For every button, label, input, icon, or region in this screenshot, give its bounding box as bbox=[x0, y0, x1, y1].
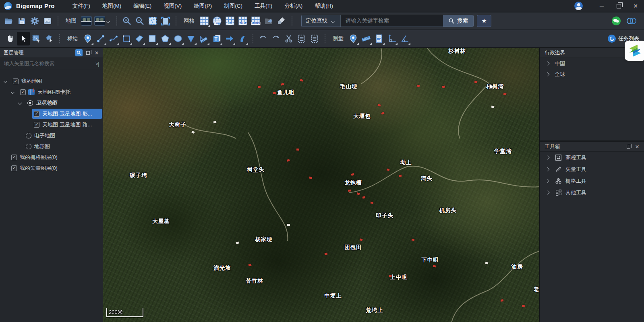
brush-icon bbox=[277, 16, 286, 26]
tree-row[interactable]: ✓我的栅格图层(0) bbox=[0, 152, 103, 163]
tree-row[interactable]: ✓天地图-墨卡托 bbox=[0, 87, 103, 97]
tree-row[interactable]: ✓我的矢量图层(0) bbox=[0, 163, 103, 173]
brand-badge[interactable] bbox=[625, 41, 644, 61]
menu-draw[interactable]: 绘图(P) bbox=[189, 0, 217, 12]
grid-lng-button[interactable]: Lng bbox=[211, 14, 224, 28]
grid-ntm-button[interactable]: N+M bbox=[236, 14, 249, 28]
zoom-in-button[interactable] bbox=[120, 14, 133, 28]
tree-row[interactable]: 卫星地图 bbox=[0, 97, 103, 108]
export-grid-button[interactable] bbox=[262, 14, 275, 28]
toolbox-item-矢量工具[interactable]: 矢量工具 bbox=[540, 163, 644, 175]
draw-kite-button[interactable] bbox=[133, 32, 146, 45]
float-panel-button[interactable] bbox=[84, 49, 91, 56]
toolbox-item-栅格工具[interactable]: 栅格工具 bbox=[540, 175, 644, 187]
minimize-button[interactable]: ─ bbox=[593, 0, 610, 12]
basemap-thumbnail-2[interactable] bbox=[93, 14, 113, 28]
frame-select-button[interactable] bbox=[159, 14, 172, 28]
draw-ellipse-button[interactable] bbox=[172, 32, 184, 45]
draw-rectangle-button[interactable] bbox=[120, 32, 133, 45]
draw-line-button[interactable] bbox=[94, 32, 107, 45]
menu-view[interactable]: 视图(V) bbox=[159, 0, 186, 12]
rect-select-button[interactable] bbox=[30, 32, 43, 45]
menu-edit[interactable]: 编辑(E) bbox=[128, 0, 156, 12]
measure-rightangle-button[interactable] bbox=[385, 32, 398, 45]
copy-button[interactable] bbox=[295, 32, 308, 45]
chevron-down-icon[interactable] bbox=[10, 89, 16, 95]
cut-button[interactable] bbox=[282, 32, 295, 45]
user-avatar[interactable] bbox=[574, 2, 583, 10]
float-panel-button[interactable] bbox=[625, 143, 632, 150]
grid-km-button[interactable]: KM bbox=[224, 14, 236, 28]
layer-checkbox[interactable]: ✓ bbox=[11, 155, 17, 160]
layer-checkbox[interactable]: ✓ bbox=[34, 122, 39, 128]
tree-row[interactable]: ✓天地图-卫星地图-影... bbox=[0, 108, 103, 119]
settings-button[interactable] bbox=[28, 14, 41, 28]
clear-button[interactable] bbox=[275, 14, 288, 28]
draw-text-button[interactable] bbox=[210, 32, 223, 45]
undo-button[interactable] bbox=[257, 32, 269, 45]
restore-button[interactable] bbox=[610, 0, 627, 12]
close-panel-button[interactable]: ✕ bbox=[93, 49, 100, 56]
menu-mapping[interactable]: 制图(C) bbox=[219, 0, 247, 12]
basemap-thumbnail-1[interactable] bbox=[80, 14, 93, 28]
paste-button[interactable] bbox=[308, 32, 321, 45]
layer-search-button[interactable] bbox=[75, 49, 83, 56]
measure-angle-button[interactable] bbox=[398, 32, 411, 45]
open-project-button[interactable] bbox=[2, 14, 15, 28]
draw-sector-button[interactable] bbox=[184, 32, 197, 45]
chevron-down-icon[interactable] bbox=[2, 78, 9, 85]
draw-curve-button[interactable] bbox=[107, 32, 120, 45]
draw-point-button[interactable] bbox=[81, 32, 94, 45]
draw-filled-rect-button[interactable] bbox=[146, 32, 159, 45]
grid-mgrs-button[interactable]: MGRS bbox=[249, 14, 262, 28]
select-tool-button[interactable] bbox=[17, 32, 30, 45]
expand-search-icon[interactable]: >| bbox=[95, 61, 99, 67]
measure-point-button[interactable] bbox=[347, 32, 360, 45]
draw-level-button[interactable] bbox=[197, 32, 210, 45]
polygon-select-button[interactable] bbox=[43, 32, 56, 45]
tree-row[interactable]: ✓我的地图 bbox=[0, 76, 103, 87]
wechat-icon[interactable] bbox=[612, 17, 621, 25]
layer-checkbox[interactable]: ✓ bbox=[13, 78, 19, 84]
map-viewport[interactable]: 杉树林毛山埂鱼儿咀柏树湾大堰包大树子学堂湾碾子塆祠堂头坳上湾头龙拖槽机房头印子头… bbox=[103, 48, 539, 322]
zoom-out-button[interactable] bbox=[133, 14, 146, 28]
layer-checkbox[interactable]: ✓ bbox=[20, 89, 26, 95]
layer-search-row[interactable]: 输入矢量图元名称搜索 >| bbox=[0, 58, 103, 70]
menu-tools[interactable]: 工具(T) bbox=[250, 0, 277, 12]
redo-button[interactable] bbox=[269, 32, 282, 45]
pan-tool-button[interactable] bbox=[4, 32, 17, 45]
tree-row[interactable]: ✓天地图-卫星地图-路... bbox=[0, 119, 103, 130]
grid-button[interactable] bbox=[198, 14, 211, 28]
tree-row[interactable]: 电子地图 bbox=[0, 130, 103, 141]
measure-distance-button[interactable] bbox=[360, 32, 373, 45]
layer-radio[interactable] bbox=[26, 133, 31, 138]
draw-hook-arrow-button[interactable] bbox=[236, 32, 249, 45]
save-button[interactable] bbox=[15, 14, 28, 28]
locate-mode-select[interactable]: 定位查找 bbox=[302, 15, 341, 27]
image-icon bbox=[43, 16, 52, 26]
toolbox-item-高程工具[interactable]: 高程工具 bbox=[540, 152, 644, 163]
menu-help[interactable]: 帮助(H) bbox=[310, 0, 338, 12]
menu-map[interactable]: 地图(M) bbox=[97, 0, 126, 12]
draw-pentagon-button[interactable] bbox=[159, 32, 172, 45]
close-panel-button[interactable]: ✕ bbox=[634, 143, 641, 150]
favorites-button[interactable]: ★ bbox=[477, 15, 491, 27]
toolbox-item-其他工具[interactable]: 其他工具 bbox=[540, 187, 644, 198]
draw-arrow-button[interactable] bbox=[223, 32, 236, 45]
layer-radio[interactable] bbox=[26, 144, 31, 149]
search-button[interactable]: 搜索 bbox=[443, 15, 473, 27]
admin-item-全球[interactable]: 全球 bbox=[540, 69, 644, 80]
keyword-search-input[interactable]: 请输入关键字检索 bbox=[341, 15, 443, 27]
export-image-button[interactable] bbox=[41, 14, 54, 28]
menu-file[interactable]: 文件(F) bbox=[68, 0, 95, 12]
layer-checkbox[interactable]: ✓ bbox=[34, 111, 39, 117]
chevron-down-icon[interactable] bbox=[17, 100, 23, 106]
qq-hearts-icon[interactable] bbox=[626, 17, 637, 25]
layer-radio[interactable] bbox=[27, 100, 33, 106]
measure-area-button[interactable]: m² bbox=[373, 32, 385, 45]
menu-analysis[interactable]: 分析(A) bbox=[280, 0, 307, 12]
close-button[interactable]: ✕ bbox=[627, 0, 644, 12]
tree-row[interactable]: 地形图 bbox=[0, 141, 103, 152]
select-region-button[interactable] bbox=[146, 14, 159, 28]
layer-checkbox[interactable]: ✓ bbox=[11, 165, 17, 171]
